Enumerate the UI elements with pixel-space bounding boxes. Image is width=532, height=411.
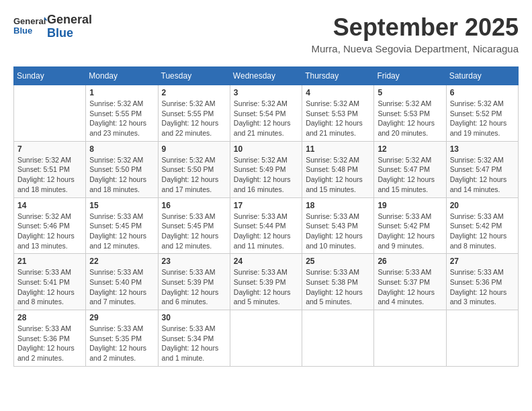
cell-content-line: Sunset: 5:40 PM: [89, 277, 154, 287]
cell-content-line: Sunrise: 5:33 AM: [234, 212, 298, 222]
cell-content-line: Sunset: 5:35 PM: [89, 334, 154, 344]
day-number: 18: [306, 201, 370, 210]
calendar-cell: 28Sunrise: 5:33 AMSunset: 5:36 PMDayligh…: [14, 310, 86, 367]
cell-content-line: Daylight: 12 hours: [89, 287, 154, 298]
cell-content-line: and 15 minutes.: [378, 185, 442, 195]
day-number: 12: [378, 144, 442, 154]
calendar-cell: 21Sunrise: 5:33 AMSunset: 5:41 PMDayligh…: [14, 254, 86, 310]
day-number: 13: [450, 144, 515, 154]
calendar-cell: 12Sunrise: 5:32 AMSunset: 5:47 PMDayligh…: [374, 141, 446, 197]
cell-content-line: Daylight: 12 hours: [162, 343, 226, 353]
cell-content-line: Sunrise: 5:32 AM: [306, 155, 370, 165]
day-number: 21: [17, 257, 82, 266]
calendar-cell: 26Sunrise: 5:33 AMSunset: 5:37 PMDayligh…: [374, 254, 446, 310]
cell-content-line: and 12 minutes.: [89, 241, 154, 251]
calendar-cell: [446, 310, 518, 367]
calendar-header-row: SundayMondayTuesdayWednesdayThursdayFrid…: [14, 67, 519, 85]
calendar-table: SundayMondayTuesdayWednesdayThursdayFrid…: [13, 66, 519, 367]
cell-content-line: Sunrise: 5:33 AM: [17, 324, 82, 334]
day-number: 24: [234, 257, 298, 266]
cell-content-line: Sunset: 5:55 PM: [89, 109, 154, 119]
day-number: 20: [450, 201, 515, 210]
day-number: 11: [306, 144, 370, 154]
cell-content-line: Daylight: 12 hours: [378, 175, 442, 185]
logo-line2: Blue: [47, 26, 73, 40]
cell-content-line: Daylight: 12 hours: [450, 287, 515, 298]
day-number: 7: [17, 144, 82, 154]
cell-content-line: Sunset: 5:47 PM: [450, 165, 515, 175]
day-number: 28: [17, 313, 82, 322]
cell-content-line: and 2 minutes.: [89, 353, 154, 363]
day-number: 23: [162, 257, 226, 266]
day-number: 14: [17, 201, 82, 210]
cell-content-line: and 20 minutes.: [378, 128, 442, 138]
cell-content-line: and 15 minutes.: [306, 185, 370, 195]
cell-content-line: Daylight: 12 hours: [17, 343, 82, 353]
cell-content-line: Sunrise: 5:32 AM: [306, 99, 370, 109]
cell-content-line: and 11 minutes.: [234, 241, 298, 251]
month-title: September 2025: [92, 13, 519, 42]
cell-content-line: Sunrise: 5:33 AM: [89, 267, 154, 277]
cell-content-line: and 18 minutes.: [89, 185, 154, 195]
cell-content-line: Daylight: 12 hours: [234, 118, 298, 128]
cell-content-line: and 12 minutes.: [162, 241, 226, 251]
cell-content-line: Sunrise: 5:32 AM: [378, 155, 442, 165]
cell-content-line: and 6 minutes.: [162, 297, 226, 307]
cell-content-line: and 13 minutes.: [17, 241, 82, 251]
cell-content-line: and 14 minutes.: [450, 185, 515, 195]
cell-content-line: and 22 minutes.: [162, 128, 226, 138]
calendar-cell: 6Sunrise: 5:32 AMSunset: 5:52 PMDaylight…: [446, 85, 518, 142]
cell-content-line: Sunset: 5:37 PM: [378, 277, 442, 287]
header-day-sunday: Sunday: [14, 67, 86, 85]
cell-content-line: Sunset: 5:45 PM: [89, 221, 154, 231]
cell-content-line: and 1 minute.: [162, 353, 226, 363]
cell-content-line: and 3 minutes.: [450, 297, 515, 307]
logo: General Blue General Blue: [13, 13, 92, 40]
cell-content-line: Daylight: 12 hours: [234, 175, 298, 185]
cell-content-line: and 16 minutes.: [234, 185, 298, 195]
cell-content-line: Daylight: 12 hours: [162, 118, 226, 128]
day-number: 22: [89, 257, 154, 266]
cell-content-line: Daylight: 12 hours: [306, 175, 370, 185]
cell-content-line: Sunrise: 5:32 AM: [234, 99, 298, 109]
cell-content-line: Sunset: 5:52 PM: [450, 109, 515, 119]
svg-text:Blue: Blue: [13, 26, 32, 36]
cell-content-line: Daylight: 12 hours: [306, 231, 370, 241]
calendar-cell: [14, 85, 86, 142]
day-number: 4: [306, 88, 370, 97]
cell-content-line: Sunset: 5:36 PM: [17, 334, 82, 344]
cell-content-line: Sunrise: 5:32 AM: [17, 212, 82, 222]
cell-content-line: and 7 minutes.: [89, 297, 154, 307]
cell-content-line: Sunrise: 5:33 AM: [162, 212, 226, 222]
calendar-cell: 14Sunrise: 5:32 AMSunset: 5:46 PMDayligh…: [14, 197, 86, 254]
cell-content-line: Sunset: 5:34 PM: [162, 334, 226, 344]
cell-content-line: Sunset: 5:41 PM: [17, 277, 82, 287]
calendar-cell: 1Sunrise: 5:32 AMSunset: 5:55 PMDaylight…: [86, 85, 158, 142]
cell-content-line: Daylight: 12 hours: [89, 175, 154, 185]
day-number: 6: [450, 88, 515, 97]
calendar-cell: 15Sunrise: 5:33 AMSunset: 5:45 PMDayligh…: [86, 197, 158, 254]
cell-content-line: Sunset: 5:48 PM: [306, 165, 370, 175]
header-day-thursday: Thursday: [302, 67, 374, 85]
cell-content-line: Daylight: 12 hours: [162, 175, 226, 185]
calendar-cell: 9Sunrise: 5:32 AMSunset: 5:50 PMDaylight…: [158, 141, 230, 197]
cell-content-line: Sunset: 5:51 PM: [17, 165, 82, 175]
cell-content-line: Sunset: 5:38 PM: [306, 277, 370, 287]
cell-content-line: and 21 minutes.: [234, 128, 298, 138]
top-section: General Blue General Blue September 2025…: [13, 13, 519, 61]
day-number: 17: [234, 201, 298, 210]
calendar-cell: [374, 310, 446, 367]
cell-content-line: Sunset: 5:54 PM: [234, 109, 298, 119]
logo-line1: General: [47, 13, 92, 26]
calendar-cell: 7Sunrise: 5:32 AMSunset: 5:51 PMDaylight…: [14, 141, 86, 197]
cell-content-line: Sunrise: 5:32 AM: [234, 155, 298, 165]
cell-content-line: and 9 minutes.: [378, 241, 442, 251]
day-number: 19: [378, 201, 442, 210]
cell-content-line: Sunrise: 5:33 AM: [450, 212, 515, 222]
day-number: 3: [234, 88, 298, 97]
header-day-saturday: Saturday: [446, 67, 518, 85]
day-number: 29: [89, 313, 154, 322]
day-number: 1: [89, 88, 154, 97]
cell-content-line: Sunset: 5:50 PM: [162, 165, 226, 175]
cell-content-line: Daylight: 12 hours: [450, 175, 515, 185]
